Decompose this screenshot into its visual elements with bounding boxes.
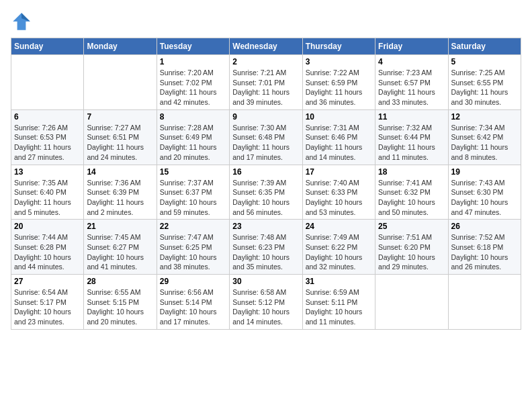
day-cell: 9Sunrise: 7:30 AMSunset: 6:48 PMDaylight… <box>230 109 302 165</box>
day-cell: 13Sunrise: 7:35 AMSunset: 6:40 PMDayligh… <box>11 165 84 220</box>
day-cell <box>84 55 157 110</box>
day-cell: 6Sunrise: 7:26 AMSunset: 6:53 PMDaylight… <box>11 109 84 165</box>
day-info: Sunrise: 7:30 AMSunset: 6:48 PMDaylight:… <box>232 123 299 163</box>
weekday-header-tuesday: Tuesday <box>157 38 229 55</box>
day-info: Sunrise: 6:56 AMSunset: 5:14 PMDaylight:… <box>160 287 226 327</box>
day-cell: 16Sunrise: 7:39 AMSunset: 6:35 PMDayligh… <box>230 165 302 220</box>
day-cell: 20Sunrise: 7:44 AMSunset: 6:28 PMDayligh… <box>11 220 84 275</box>
day-info: Sunrise: 7:51 AMSunset: 6:20 PMDaylight:… <box>378 232 445 272</box>
day-cell: 5Sunrise: 7:25 AMSunset: 6:55 PMDaylight… <box>448 55 521 110</box>
calendar-table: SundayMondayTuesdayWednesdayThursdayFrid… <box>11 38 521 330</box>
day-number: 23 <box>232 222 299 231</box>
weekday-header-sunday: Sunday <box>11 38 84 55</box>
day-cell: 26Sunrise: 7:52 AMSunset: 6:18 PMDayligh… <box>448 220 521 275</box>
day-info: Sunrise: 7:40 AMSunset: 6:33 PMDaylight:… <box>306 178 372 218</box>
day-number: 1 <box>160 57 226 66</box>
day-cell: 22Sunrise: 7:47 AMSunset: 6:25 PMDayligh… <box>157 220 229 275</box>
week-row-5: 27Sunrise: 6:54 AMSunset: 5:17 PMDayligh… <box>11 275 521 330</box>
calendar-body: 1Sunrise: 7:20 AMSunset: 7:02 PMDaylight… <box>11 55 521 330</box>
day-number: 26 <box>451 222 518 231</box>
day-cell: 18Sunrise: 7:41 AMSunset: 6:32 PMDayligh… <box>375 165 448 220</box>
weekday-header-friday: Friday <box>375 38 448 55</box>
day-cell: 27Sunrise: 6:54 AMSunset: 5:17 PMDayligh… <box>11 275 84 330</box>
day-cell: 2Sunrise: 7:21 AMSunset: 7:01 PMDaylight… <box>230 55 302 110</box>
day-number: 22 <box>160 222 226 231</box>
weekday-header-thursday: Thursday <box>302 38 375 55</box>
day-info: Sunrise: 7:44 AMSunset: 6:28 PMDaylight:… <box>14 232 81 272</box>
logo <box>11 11 35 32</box>
day-info: Sunrise: 7:41 AMSunset: 6:32 PMDaylight:… <box>378 178 445 218</box>
day-number: 12 <box>451 112 518 122</box>
day-cell: 4Sunrise: 7:23 AMSunset: 6:57 PMDaylight… <box>375 55 448 110</box>
day-number: 4 <box>378 57 445 66</box>
day-number: 6 <box>14 112 81 122</box>
day-number: 28 <box>87 277 153 286</box>
day-cell: 3Sunrise: 7:22 AMSunset: 6:59 PMDaylight… <box>302 55 375 110</box>
day-number: 16 <box>232 167 299 177</box>
day-info: Sunrise: 7:21 AMSunset: 7:01 PMDaylight:… <box>232 68 299 107</box>
day-cell: 31Sunrise: 6:59 AMSunset: 5:11 PMDayligh… <box>302 275 375 330</box>
day-number: 15 <box>160 167 226 177</box>
day-number: 31 <box>306 277 372 286</box>
day-info: Sunrise: 7:49 AMSunset: 6:22 PMDaylight:… <box>306 232 372 272</box>
day-info: Sunrise: 6:54 AMSunset: 5:17 PMDaylight:… <box>14 287 81 327</box>
day-cell: 28Sunrise: 6:55 AMSunset: 5:15 PMDayligh… <box>84 275 157 330</box>
day-info: Sunrise: 7:35 AMSunset: 6:40 PMDaylight:… <box>14 178 81 218</box>
day-number: 7 <box>87 112 153 122</box>
week-row-4: 20Sunrise: 7:44 AMSunset: 6:28 PMDayligh… <box>11 220 521 275</box>
day-cell: 17Sunrise: 7:40 AMSunset: 6:33 PMDayligh… <box>302 165 375 220</box>
day-number: 10 <box>306 112 372 122</box>
day-info: Sunrise: 6:58 AMSunset: 5:12 PMDaylight:… <box>232 287 299 327</box>
day-cell: 11Sunrise: 7:32 AMSunset: 6:44 PMDayligh… <box>375 109 448 165</box>
day-info: Sunrise: 7:52 AMSunset: 6:18 PMDaylight:… <box>451 232 518 272</box>
day-cell: 8Sunrise: 7:28 AMSunset: 6:49 PMDaylight… <box>157 109 229 165</box>
day-number: 29 <box>160 277 226 286</box>
day-cell <box>375 275 448 330</box>
day-number: 14 <box>87 167 153 177</box>
day-cell: 29Sunrise: 6:56 AMSunset: 5:14 PMDayligh… <box>157 275 229 330</box>
weekday-header-wednesday: Wednesday <box>230 38 302 55</box>
day-info: Sunrise: 7:43 AMSunset: 6:30 PMDaylight:… <box>451 178 518 218</box>
week-row-3: 13Sunrise: 7:35 AMSunset: 6:40 PMDayligh… <box>11 165 521 220</box>
day-number: 21 <box>87 222 153 231</box>
day-cell: 1Sunrise: 7:20 AMSunset: 7:02 PMDaylight… <box>157 55 229 110</box>
day-info: Sunrise: 7:39 AMSunset: 6:35 PMDaylight:… <box>232 178 299 218</box>
day-number: 3 <box>306 57 372 66</box>
day-cell: 19Sunrise: 7:43 AMSunset: 6:30 PMDayligh… <box>448 165 521 220</box>
day-info: Sunrise: 7:34 AMSunset: 6:42 PMDaylight:… <box>451 123 518 163</box>
day-info: Sunrise: 7:25 AMSunset: 6:55 PMDaylight:… <box>451 68 518 107</box>
day-cell: 24Sunrise: 7:49 AMSunset: 6:22 PMDayligh… <box>302 220 375 275</box>
day-info: Sunrise: 7:31 AMSunset: 6:46 PMDaylight:… <box>306 123 372 163</box>
day-info: Sunrise: 6:55 AMSunset: 5:15 PMDaylight:… <box>87 287 153 327</box>
day-info: Sunrise: 7:45 AMSunset: 6:27 PMDaylight:… <box>87 232 153 272</box>
day-info: Sunrise: 7:26 AMSunset: 6:53 PMDaylight:… <box>14 123 81 163</box>
day-cell: 15Sunrise: 7:37 AMSunset: 6:37 PMDayligh… <box>157 165 229 220</box>
day-number: 11 <box>378 112 445 122</box>
day-number: 5 <box>451 57 518 66</box>
day-info: Sunrise: 7:47 AMSunset: 6:25 PMDaylight:… <box>160 232 226 272</box>
day-cell: 23Sunrise: 7:48 AMSunset: 6:23 PMDayligh… <box>230 220 302 275</box>
weekday-row: SundayMondayTuesdayWednesdayThursdayFrid… <box>11 38 521 55</box>
calendar-header: SundayMondayTuesdayWednesdayThursdayFrid… <box>11 38 521 55</box>
day-cell: 21Sunrise: 7:45 AMSunset: 6:27 PMDayligh… <box>84 220 157 275</box>
day-info: Sunrise: 7:37 AMSunset: 6:37 PMDaylight:… <box>160 178 226 218</box>
day-cell: 7Sunrise: 7:27 AMSunset: 6:51 PMDaylight… <box>84 109 157 165</box>
day-cell: 30Sunrise: 6:58 AMSunset: 5:12 PMDayligh… <box>230 275 302 330</box>
day-info: Sunrise: 6:59 AMSunset: 5:11 PMDaylight:… <box>306 287 372 327</box>
day-info: Sunrise: 7:28 AMSunset: 6:49 PMDaylight:… <box>160 123 226 163</box>
page-header <box>11 11 521 32</box>
day-number: 8 <box>160 112 226 122</box>
day-info: Sunrise: 7:48 AMSunset: 6:23 PMDaylight:… <box>232 232 299 272</box>
day-info: Sunrise: 7:27 AMSunset: 6:51 PMDaylight:… <box>87 123 153 163</box>
day-number: 2 <box>232 57 299 66</box>
day-info: Sunrise: 7:23 AMSunset: 6:57 PMDaylight:… <box>378 68 445 107</box>
day-number: 24 <box>306 222 372 231</box>
week-row-2: 6Sunrise: 7:26 AMSunset: 6:53 PMDaylight… <box>11 109 521 165</box>
day-number: 19 <box>451 167 518 177</box>
day-cell <box>448 275 521 330</box>
day-info: Sunrise: 7:22 AMSunset: 6:59 PMDaylight:… <box>306 68 372 107</box>
day-cell: 25Sunrise: 7:51 AMSunset: 6:20 PMDayligh… <box>375 220 448 275</box>
day-number: 13 <box>14 167 81 177</box>
day-number: 25 <box>378 222 445 231</box>
day-cell: 10Sunrise: 7:31 AMSunset: 6:46 PMDayligh… <box>302 109 375 165</box>
